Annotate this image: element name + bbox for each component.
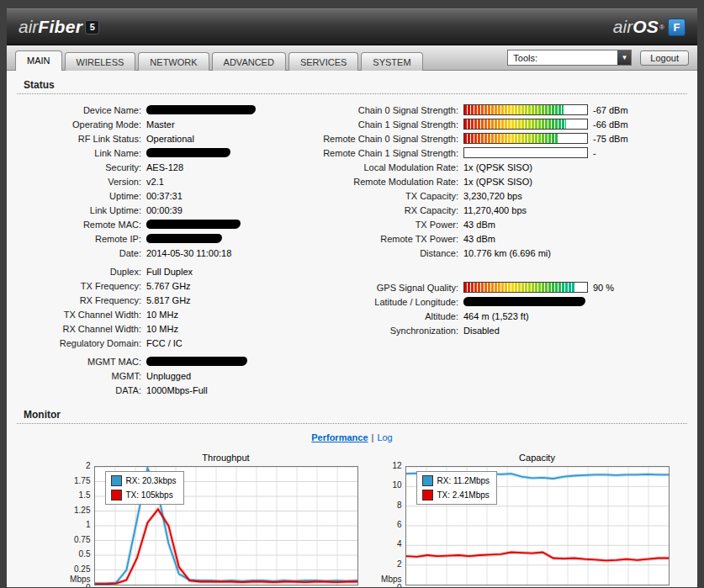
tab-wireless[interactable]: WIRELESS: [65, 52, 136, 71]
status-value: 10.776 km (6.696 mi): [463, 248, 551, 258]
status-row: Regulatory Domain:FCC / IC: [24, 336, 293, 350]
legend-swatch-rx: [111, 475, 122, 486]
status-value: -75 dBm: [463, 133, 628, 144]
status-value: 1x (QPSK SISO): [463, 162, 532, 172]
tab-main[interactable]: MAIN: [15, 50, 62, 71]
legend-label: TX: 2.41Mbps: [437, 490, 490, 500]
status-row: Local Modulation Rate:1x (QPSK SISO): [293, 160, 687, 174]
status-value: [463, 297, 585, 306]
signal-value-text: -75 dBm: [593, 134, 628, 144]
status-label: Remote IP:: [24, 234, 146, 244]
status-value: 10 MHz: [146, 310, 178, 320]
app-window: airFiber5 airOS®F MAINWIRELESSNETWORKADV…: [7, 8, 697, 588]
status-value: 90 %: [463, 282, 614, 293]
signal-bar-fill: [464, 119, 566, 129]
legend-row: RX: 11.2Mbps: [422, 475, 490, 486]
signal-value-text: -66 dBm: [593, 119, 628, 130]
status-value: 2014-05-30 11:00:18: [146, 248, 231, 258]
status-label: Local Modulation Rate:: [293, 162, 463, 172]
airos-logo: airOS®F: [613, 17, 685, 37]
status-group: GPS Signal Quality:90 %Latitude / Longit…: [293, 280, 687, 337]
status-column-right: Chain 0 Signal Strength:-67 dBmChain 1 S…: [293, 103, 687, 397]
signal-strength-bar: [463, 104, 588, 115]
status-row: Remote IP:: [24, 231, 293, 246]
status-value: AES-128: [146, 162, 183, 172]
status-row: Remote MAC:: [24, 217, 293, 231]
status-value: 11,270,400 bps: [463, 205, 527, 215]
status-row: RF Link Status:Operational: [24, 131, 293, 146]
status-group: Duplex:Full DuplexTX Frequency:5.767 GHz…: [24, 264, 293, 350]
status-label: RF Link Status:: [24, 134, 146, 144]
y-axis-tick: 1.5: [64, 491, 91, 500]
status-row: Altitude:464 m (1,523 ft): [293, 309, 687, 323]
throughput-plot-area: RX: 20.3kbpsTX: 105kbps: [94, 466, 358, 585]
status-label: TX Frequency:: [24, 281, 146, 291]
tab-services[interactable]: SERVICES: [288, 52, 358, 71]
status-value: 1000Mbps-Full: [146, 385, 208, 395]
status-row: RX Channel Width:10 MHz: [24, 321, 293, 336]
status-value: 5.817 GHz: [146, 295, 191, 305]
signal-strength-bar: [463, 119, 588, 130]
status-label: MGMT:: [24, 371, 146, 381]
throughput-chart: Throughput 21.751.51.2510.750.50.25Mbps …: [64, 448, 358, 585]
throughput-y-axis: 21.751.51.2510.750.50.25Mbps 0: [64, 466, 94, 584]
status-value: [146, 357, 247, 366]
y-axis-tick: 6: [375, 521, 402, 529]
status-value: 3,230,720 bps: [463, 191, 522, 201]
status-row: MGMT:Unplugged: [24, 368, 293, 383]
tab-network[interactable]: NETWORK: [138, 52, 209, 71]
capacity-plot-area: RX: 11.2MbpsTX: 2.41Mbps: [405, 466, 670, 585]
links-separator: |: [372, 432, 374, 442]
capacity-chart-body: 12108642Mbps 0 RX: 11.2MbpsTX: 2.41Mbps: [375, 466, 670, 585]
signal-value-text: 90 %: [593, 283, 614, 293]
status-row: Chain 0 Signal Strength:-67 dBm: [293, 103, 687, 117]
tools-dropdown-value: Tools:: [513, 53, 537, 63]
airfiber-logo-air: air: [19, 17, 38, 37]
status-value: Operational: [146, 134, 194, 144]
status-value: FCC / IC: [146, 338, 183, 348]
status-value: 1x (QPSK SISO): [463, 177, 532, 187]
capacity-legend: RX: 11.2MbpsTX: 2.41Mbps: [416, 471, 498, 505]
status-row: Date:2014-05-30 11:00:18: [24, 246, 293, 260]
status-label: Remote Chain 0 Signal Strength:: [293, 134, 463, 144]
legend-swatch-tx: [111, 490, 122, 501]
tab-advanced[interactable]: ADVANCED: [212, 52, 286, 71]
status-group: Chain 0 Signal Strength:-67 dBmChain 1 S…: [293, 103, 687, 260]
status-value: 43 dBm: [463, 220, 495, 230]
status-label: MGMT MAC:: [24, 357, 146, 367]
airos-f-badge: F: [668, 19, 685, 36]
status-label: Link Name:: [24, 148, 146, 158]
status-label: GPS Signal Quality:: [293, 283, 463, 293]
status-value: 464 m (1,523 ft): [463, 311, 529, 321]
status-label: RX Capacity:: [293, 205, 463, 215]
status-row: Remote TX Power:43 dBm: [293, 231, 687, 246]
logout-button[interactable]: Logout: [640, 50, 689, 66]
status-row: RX Frequency:5.817 GHz: [24, 293, 293, 307]
tab-system[interactable]: SYSTEM: [361, 52, 422, 71]
status-label: Latitude / Longitude:: [293, 297, 463, 307]
performance-link[interactable]: Performance: [311, 432, 368, 442]
signal-value-text: -: [593, 148, 596, 158]
status-label: TX Power:: [293, 220, 463, 230]
signal-bar-fill: [464, 134, 558, 143]
y-axis-bottom-label: Mbps 0: [375, 575, 402, 584]
redacted-value: [146, 220, 241, 229]
y-axis-tick: 12: [375, 462, 402, 470]
status-label: Altitude:: [293, 311, 463, 321]
status-row: Latitude / Longitude:: [293, 294, 687, 309]
status-value: -: [463, 147, 596, 158]
throughput-legend: RX: 20.3kbpsTX: 105kbps: [105, 471, 184, 505]
y-axis-tick: 1.75: [64, 477, 91, 485]
tools-dropdown[interactable]: Tools: ▼: [507, 50, 632, 66]
status-row: Distance:10.776 km (6.696 mi): [293, 246, 687, 260]
log-link[interactable]: Log: [377, 432, 392, 442]
header-bar: airFiber5 airOS®F: [7, 8, 697, 45]
y-axis-tick: 0.5: [64, 550, 91, 559]
status-row: TX Frequency:5.767 GHz: [24, 278, 293, 293]
redacted-value: [146, 148, 230, 157]
legend-row: TX: 105kbps: [111, 490, 177, 501]
capacity-chart: Capacity 12108642Mbps 0 RX: 11.2MbpsTX: …: [375, 448, 670, 585]
status-label: Remote MAC:: [24, 220, 146, 230]
status-label: Chain 0 Signal Strength:: [293, 105, 463, 115]
chevron-down-icon: ▼: [617, 50, 631, 65]
